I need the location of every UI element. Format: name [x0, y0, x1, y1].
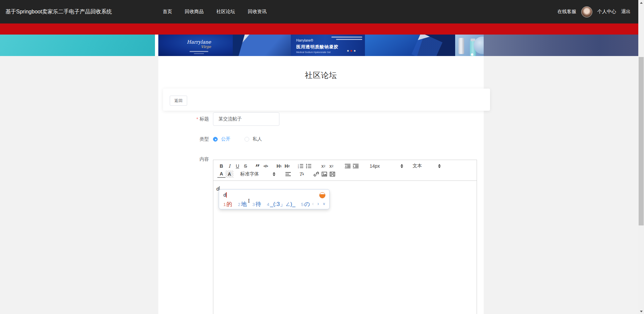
strikethrough-button[interactable]: S — [241, 162, 250, 170]
content-field-label: 内容 — [169, 156, 209, 163]
subscript-button[interactable]: x2 — [319, 162, 327, 170]
h1-letter: H — [276, 163, 280, 169]
bullet-list-button[interactable] — [305, 162, 313, 170]
header1-button[interactable]: H1 — [275, 162, 283, 170]
banner-carousel: Harrylane Virge Harrylane® 医用透明质酸钠凝胶 Med… — [0, 35, 638, 56]
site-title: 基于Springboot卖家乐二手电子产品回收系统 — [5, 0, 112, 23]
menu-item-news[interactable]: 回收资讯 — [248, 9, 267, 15]
menu-item-home[interactable]: 首页 — [163, 9, 172, 15]
ime-next-page-icon[interactable]: › — [317, 201, 319, 206]
scrollbar-thumb[interactable] — [639, 57, 644, 225]
text-style-picker[interactable]: 文本 — [413, 163, 441, 169]
bullet-list-icon — [306, 164, 311, 168]
back-toolbar-card: 返回 — [163, 89, 490, 111]
ime-popup: d 1的 2地 3待 4_(:3」∠)_ 5の ‹ › ∨ — [219, 189, 330, 209]
main-menu: 首页 回收商品 社区论坛 回收资讯 — [163, 0, 267, 23]
banner-brand-text: Harrylane — [187, 39, 211, 45]
indent-button[interactable] — [352, 162, 360, 170]
banner-segment-5 — [455, 35, 484, 56]
sub-x: x — [321, 163, 324, 169]
ime-expand-icon[interactable]: ∨ — [323, 202, 325, 206]
outdent-icon — [345, 164, 351, 168]
ime-composition: d — [223, 192, 227, 198]
insert-image-button[interactable] — [320, 170, 328, 178]
align-picker[interactable] — [284, 170, 292, 178]
back-button[interactable]: 返回 — [170, 96, 187, 106]
carousel-pagination-dot[interactable] — [471, 53, 473, 56]
picker-spinner-icon — [438, 164, 441, 168]
banner-brand-sub: Virge — [187, 45, 211, 49]
ime-candidate-list: 1的 2地 3待 4_(:3」∠)_ 5の — [223, 200, 310, 208]
candidate-text: 待 — [256, 200, 261, 208]
candidate-text: 的 — [226, 200, 232, 208]
ime-candidate-2[interactable]: 2地 — [238, 200, 247, 208]
align-icon — [285, 172, 291, 176]
menu-item-products[interactable]: 回收商品 — [185, 9, 204, 15]
banner-segment-2 — [233, 35, 291, 56]
code-block-button[interactable]: </> — [262, 162, 270, 170]
page-scrollbar[interactable] — [638, 0, 644, 314]
insert-video-button[interactable] — [328, 170, 336, 178]
title-input[interactable]: 某交流帖子 — [213, 112, 279, 126]
emoji-picker-icon[interactable] — [319, 192, 325, 198]
underline-button[interactable]: U — [233, 162, 241, 170]
candidate-number: 2 — [238, 202, 240, 207]
menu-item-forum[interactable]: 社区论坛 — [216, 9, 235, 15]
header2-button[interactable]: H2 — [283, 162, 291, 170]
title-field-label: * 标题 — [169, 112, 209, 126]
candidate-number: 4 — [267, 202, 269, 207]
ime-candidate-3[interactable]: 3待 — [252, 200, 261, 208]
carousel-slide-teal[interactable] — [0, 35, 155, 56]
indent-icon — [353, 164, 359, 168]
highlight-color-button[interactable]: A — [225, 170, 233, 178]
font-size-picker[interactable]: 14px — [370, 163, 403, 169]
superscript-button[interactable]: x2 — [327, 162, 335, 170]
online-service-link[interactable]: 在线客服 — [557, 9, 576, 15]
mouse-ibeam-cursor: I — [248, 198, 250, 204]
ime-candidate-1[interactable]: 1的 — [223, 200, 232, 208]
ordered-list-button[interactable]: 123 — [297, 162, 305, 170]
sup-x: x — [329, 163, 332, 169]
banner-segment-4 — [365, 35, 455, 56]
banner-deco-dots — [347, 50, 356, 52]
scrollbar-down-button[interactable] — [638, 309, 644, 314]
font-family-picker[interactable]: 标准字体 — [240, 171, 275, 177]
h1-number: 1 — [280, 164, 282, 168]
font-family-value: 标准字体 — [240, 171, 259, 177]
bold-button[interactable]: B — [217, 162, 225, 170]
carousel-slide-active[interactable]: Harrylane Virge Harrylane® 医用透明质酸钠凝胶 Med… — [158, 35, 484, 56]
radio-private[interactable] — [245, 137, 249, 142]
outdent-button[interactable] — [343, 162, 352, 170]
ordered-list-icon: 123 — [298, 164, 303, 168]
text-color-button[interactable]: A — [217, 170, 225, 178]
logout-link[interactable]: 退出 — [621, 9, 631, 15]
clear-x: x — [302, 172, 304, 176]
radio-public[interactable] — [213, 137, 218, 142]
radio-private-label[interactable]: 私人 — [253, 136, 262, 142]
carousel-slide-next-dimmed[interactable] — [484, 35, 638, 56]
banner-segment-1: Harrylane Virge — [158, 35, 233, 56]
ime-prev-page-icon[interactable]: ‹ — [312, 201, 314, 206]
radio-public-label[interactable]: 公开 — [221, 136, 230, 142]
italic-button[interactable]: I — [225, 162, 233, 170]
ime-candidate-5[interactable]: 5の — [301, 200, 310, 208]
insert-link-button[interactable] — [312, 170, 320, 178]
banner-product-block: Harrylane® 医用透明质酸钠凝胶 Medical Sodium Hyal… — [296, 39, 338, 53]
editor-toolbar: B I U S ” </> H1 H2 123 x2 x2 14px — [213, 160, 477, 181]
user-avatar[interactable] — [581, 6, 592, 17]
ime-paging-controls: ‹ › ∨ — [312, 201, 325, 206]
candidate-number: 1 — [223, 202, 226, 207]
svg-text:3: 3 — [298, 167, 299, 168]
required-asterisk: * — [197, 116, 198, 122]
scroll-up-icon — [640, 2, 643, 4]
ime-composition-text: d — [223, 192, 226, 198]
link-icon — [314, 172, 319, 176]
scrollbar-up-button[interactable] — [638, 0, 644, 5]
clear-format-button[interactable]: Tx — [298, 170, 306, 178]
type-radio-group: 公开 私人 — [213, 134, 262, 145]
blockquote-button[interactable]: ” — [254, 162, 262, 170]
navbar-user-area: 在线客服 个人中心 退出 — [557, 0, 631, 23]
ime-candidate-4[interactable]: 4_(:3」∠)_ — [267, 200, 296, 208]
banner-brand-block: Harrylane Virge — [187, 39, 211, 54]
profile-link[interactable]: 个人中心 — [597, 9, 616, 15]
